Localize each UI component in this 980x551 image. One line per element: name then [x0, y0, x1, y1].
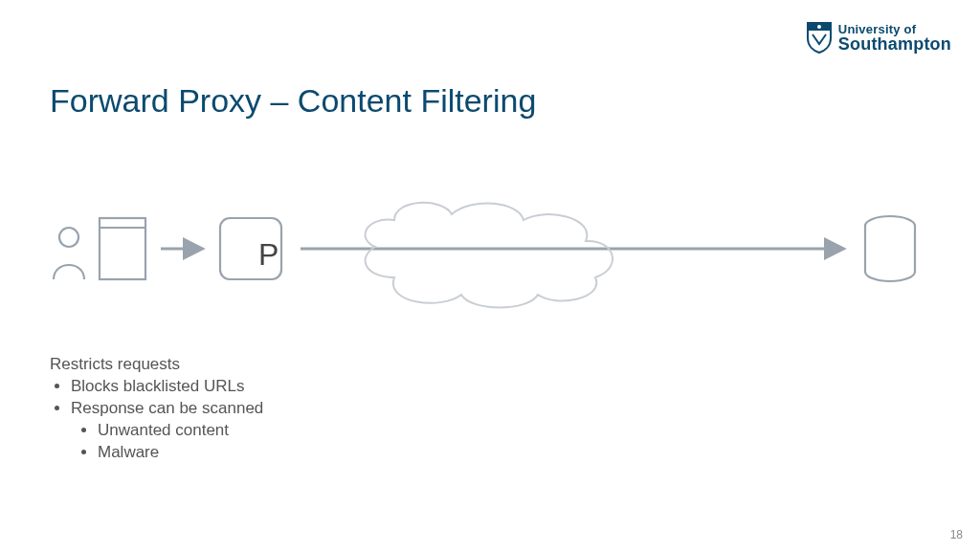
- cloud-icon: [366, 203, 613, 308]
- slide-title: Forward Proxy – Content Filtering: [50, 82, 536, 120]
- university-logo: University of Southampton: [806, 21, 951, 54]
- bullet: Blocks blacklisted URLs: [71, 376, 263, 398]
- svg-point-0: [817, 25, 821, 29]
- sub-bullet: Unwanted content: [98, 420, 263, 442]
- notes-block: Restricts requests Blocks blacklisted UR…: [50, 354, 263, 464]
- logo-line1: University of: [838, 23, 951, 35]
- bullet: Response can be scanned Unwanted content…: [71, 398, 263, 464]
- page-icon: [100, 218, 145, 279]
- architecture-diagram: [50, 191, 930, 325]
- sub-bullet: Malware: [98, 442, 263, 464]
- user-icon: [54, 228, 84, 279]
- slide: University of Southampton Forward Proxy …: [0, 0, 980, 551]
- proxy-label: P: [258, 237, 278, 273]
- database-icon: [865, 216, 915, 281]
- logo-text: University of Southampton: [838, 23, 951, 53]
- logo-line2: Southampton: [838, 35, 951, 53]
- notes-list: Blocks blacklisted URLs Response can be …: [71, 376, 263, 464]
- shield-icon: [806, 21, 833, 54]
- notes-header: Restricts requests: [50, 354, 263, 376]
- svg-point-1: [59, 228, 78, 247]
- page-number: 18: [950, 528, 963, 541]
